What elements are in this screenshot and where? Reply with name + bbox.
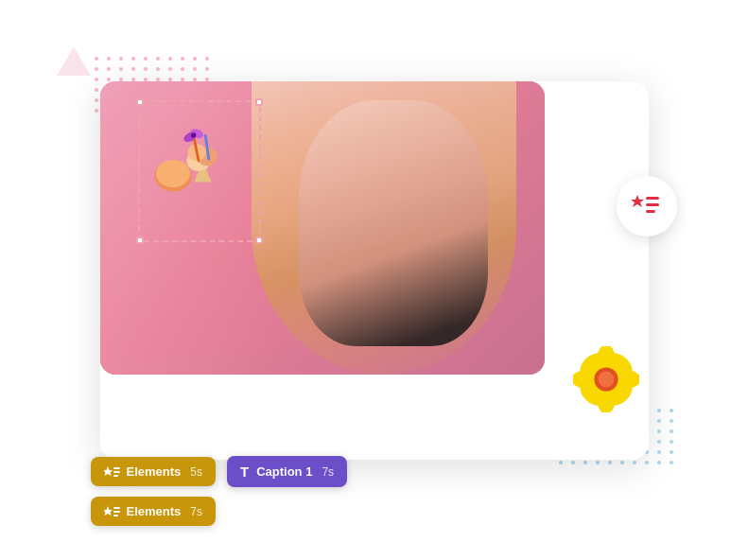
svg-rect-32 [113, 515, 118, 516]
svg-rect-26 [113, 467, 120, 469]
dot-blue [608, 461, 612, 464]
caption-chip[interactable]: T Caption 1 7s [227, 456, 347, 487]
svg-marker-29 [104, 506, 113, 516]
corner-handle-tl[interactable] [136, 98, 144, 106]
dot-pink [156, 57, 160, 61]
dot-blue [571, 461, 575, 464]
dot-pink [205, 67, 209, 71]
svg-point-24 [598, 372, 614, 388]
dot-blue [620, 461, 624, 464]
dot-pink [144, 57, 148, 61]
dot-pink [168, 67, 172, 71]
video-area [100, 81, 545, 375]
dot-pink [119, 57, 123, 61]
dot-pink [131, 57, 135, 61]
dot-pink [107, 67, 111, 71]
timeline-row-2: Elements 7s [91, 497, 348, 526]
main-card: Elements 5s T Caption 1 7s [100, 81, 649, 460]
dot-blue [583, 461, 587, 464]
svg-rect-14 [646, 210, 655, 213]
svg-rect-28 [113, 475, 118, 477]
dot-blue [670, 429, 673, 433]
dot-pink [95, 88, 98, 92]
dot-blue [657, 419, 661, 423]
deco-triangle [57, 47, 91, 76]
timeline-area: Elements 5s T Caption 1 7s [91, 456, 348, 526]
elements-icon-2 [104, 505, 121, 518]
svg-point-10 [190, 132, 195, 137]
star-list-icon [630, 193, 664, 219]
dot-blue [670, 409, 673, 412]
svg-rect-27 [113, 471, 120, 473]
corner-handle-bl[interactable] [136, 236, 144, 244]
elements-label-2: Elements [127, 504, 182, 518]
drink-sticker[interactable] [148, 110, 233, 195]
dot-blue [645, 461, 649, 464]
dot-blue [670, 461, 673, 464]
elements-duration-1: 5s [190, 465, 202, 479]
dot-blue [559, 461, 563, 464]
dot-blue [657, 461, 661, 464]
dot-pink [95, 67, 98, 71]
dot-blue [657, 450, 661, 454]
dot-pink [144, 67, 148, 71]
caption-duration: 7s [322, 465, 334, 479]
elements-icon-1 [104, 465, 121, 479]
svg-rect-31 [113, 511, 120, 513]
dot-pink [95, 98, 98, 102]
elements-duration-2: 7s [190, 505, 202, 518]
caption-label: Caption 1 [256, 464, 312, 479]
dot-pink [131, 67, 135, 71]
dot-pink [168, 57, 172, 61]
dot-pink [181, 67, 184, 71]
dot-blue [596, 461, 600, 464]
elements-chip-2[interactable]: Elements 7s [91, 497, 217, 526]
dot-blue [633, 461, 636, 464]
dot-blue [670, 450, 673, 454]
dot-blue [657, 409, 661, 412]
corner-handle-br[interactable] [255, 236, 263, 244]
svg-rect-12 [646, 197, 659, 200]
dot-pink [95, 78, 98, 81]
svg-rect-30 [113, 507, 120, 509]
caption-T-icon: T [240, 464, 249, 480]
dot-pink [181, 57, 184, 61]
page-container: Elements 5s T Caption 1 7s [0, 0, 748, 560]
dot-pink [95, 57, 98, 61]
dot-pink [156, 67, 160, 71]
dot-pink [107, 57, 111, 61]
dot-pink [119, 67, 123, 71]
dot-blue [670, 440, 673, 444]
dot-pink [205, 57, 209, 61]
corner-handle-tr[interactable] [255, 98, 263, 106]
svg-point-1 [156, 160, 190, 187]
floating-badge [617, 176, 677, 236]
elements-chip-1[interactable]: Elements 5s [91, 457, 217, 486]
elements-label-1: Elements [127, 464, 182, 479]
dot-pink [95, 109, 98, 113]
svg-marker-11 [631, 195, 644, 207]
dot-blue [670, 419, 673, 423]
dot-pink [193, 57, 197, 61]
dot-blue [657, 440, 661, 444]
svg-rect-13 [646, 203, 659, 206]
dot-blue [657, 429, 661, 433]
timeline-row-1: Elements 5s T Caption 1 7s [91, 456, 348, 487]
flower-sticker[interactable] [573, 346, 639, 412]
dot-pink [193, 67, 197, 71]
svg-marker-25 [104, 466, 113, 476]
